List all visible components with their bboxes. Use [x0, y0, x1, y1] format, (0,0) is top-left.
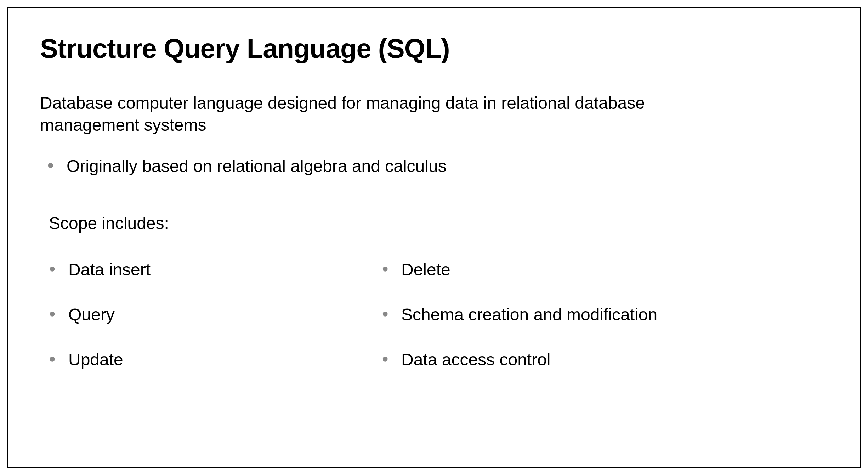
two-column-layout: Data insert Query Update Delete Schema c…: [49, 258, 828, 393]
scope-list-right: Delete Schema creation and modification …: [382, 258, 828, 372]
list-item: Query: [49, 303, 382, 326]
list-item: Update: [49, 348, 382, 371]
scope-section: Scope includes: Data insert Query Update…: [40, 213, 828, 393]
list-item: Data insert: [49, 258, 382, 281]
list-item: Delete: [382, 258, 828, 281]
intro-text: Database computer language designed for …: [40, 92, 713, 136]
list-item: Originally based on relational algebra a…: [47, 154, 828, 178]
scope-heading: Scope includes:: [49, 213, 828, 233]
scope-list-left: Data insert Query Update: [49, 258, 382, 372]
slide-title: Structure Query Language (SQL): [40, 33, 828, 64]
list-item: Data access control: [382, 348, 828, 371]
list-item: Schema creation and modification: [382, 303, 828, 326]
right-column: Delete Schema creation and modification …: [382, 258, 828, 393]
left-column: Data insert Query Update: [49, 258, 382, 393]
intro-bullet-list: Originally based on relational algebra a…: [40, 154, 828, 178]
slide-container: Structure Query Language (SQL) Database …: [7, 7, 861, 468]
